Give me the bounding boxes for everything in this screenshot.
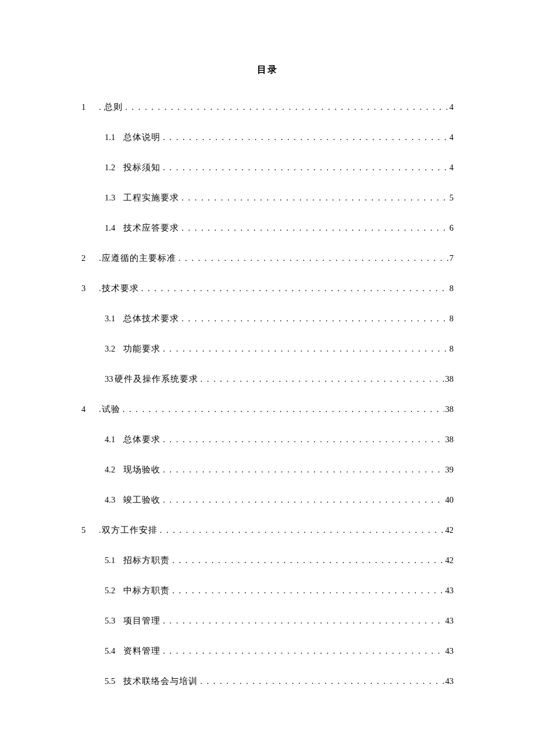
toc-entry-page: 43 xyxy=(444,676,454,686)
toc-entry: 2.应遵循的主要标准7 xyxy=(81,253,454,264)
toc-dots-leader xyxy=(120,404,444,414)
toc-dots-leader xyxy=(160,132,448,142)
toc-dots-leader xyxy=(179,193,448,203)
toc-entry-number: 4.3 xyxy=(105,495,115,505)
toc-entry-page: 43 xyxy=(444,616,454,626)
toc-entry-text: 技术应答要求 xyxy=(123,223,179,234)
toc-entry-number: 4.1 xyxy=(105,435,115,445)
toc-dots-leader xyxy=(139,284,448,293)
toc-entry-text: 项目管理 xyxy=(123,615,160,626)
toc-entry-text: . 总则 xyxy=(99,102,123,113)
toc-entry-number: 4.2 xyxy=(105,465,115,475)
toc-entry-number: 5.5 xyxy=(105,676,115,686)
toc-dots-leader xyxy=(160,495,444,505)
toc-entry-number: 5.2 xyxy=(105,586,115,596)
toc-entry-number: 5.3 xyxy=(105,616,115,626)
toc-entry: 4.试验38 xyxy=(81,404,454,415)
toc-entry-page: 38 xyxy=(444,374,454,384)
toc-entry-number: 3 xyxy=(81,284,92,293)
toc-entry: 4.1总体要求38 xyxy=(81,434,454,445)
toc-entry: 1.1总体说明4 xyxy=(81,132,454,143)
toc-entry-number: 1 xyxy=(81,102,92,112)
toc-dots-leader xyxy=(160,465,444,475)
toc-entry-page: 8 xyxy=(448,344,454,354)
toc-entry-text: 投标须知 xyxy=(123,162,160,173)
toc-dots-leader xyxy=(179,223,448,233)
toc-dots-leader xyxy=(158,525,444,535)
toc-entry-page: 38 xyxy=(444,404,454,414)
toc-entry: 33硬件及操作系统要求38 xyxy=(81,374,454,385)
toc-entry-page: 39 xyxy=(444,465,454,475)
toc-entry: 1.3工程实施要求5 xyxy=(81,192,454,203)
toc-dots-leader xyxy=(170,556,444,565)
toc-entry-text: 中标方职责 xyxy=(123,585,170,596)
toc-entry: 4.3竣工验收40 xyxy=(81,495,454,506)
toc-entry-text: .试验 xyxy=(99,404,120,415)
toc-entry: 4.2现场验收39 xyxy=(81,464,454,475)
toc-entry-text: 竣工验收 xyxy=(123,495,160,506)
toc-container: 1. 总则41.1总体说明41.2投标须知41.3工程实施要求51.4技术应答要… xyxy=(81,102,454,687)
toc-entry-page: 7 xyxy=(448,253,454,263)
toc-entry-page: 43 xyxy=(444,646,454,656)
toc-entry-page: 8 xyxy=(448,314,454,324)
toc-entry-number: 1.2 xyxy=(105,163,115,173)
toc-entry-page: 43 xyxy=(444,586,454,596)
toc-dots-leader xyxy=(160,435,444,445)
toc-entry-text: 资料管理 xyxy=(123,646,160,657)
toc-entry: 3.2功能要求8 xyxy=(81,343,454,354)
toc-entry-number: 1.1 xyxy=(105,132,115,142)
toc-title: 目录 xyxy=(81,64,454,76)
toc-entry-text: 硬件及操作系统要求 xyxy=(115,374,198,385)
document-page: 目录 1. 总则41.1总体说明41.2投标须知41.3工程实施要求51.4技术… xyxy=(0,0,535,687)
toc-entry-number: 3.2 xyxy=(105,344,115,354)
toc-entry: 3.技术要求8 xyxy=(81,283,454,294)
toc-entry: 1.2投标须知4 xyxy=(81,162,454,173)
toc-entry: 5.3项目管理43 xyxy=(81,615,454,626)
toc-dots-leader xyxy=(160,344,448,354)
toc-entry: 5.4资料管理43 xyxy=(81,646,454,657)
toc-entry: 5.双方工作安排42 xyxy=(81,525,454,536)
toc-entry: 1.4技术应答要求6 xyxy=(81,223,454,234)
toc-entry-text: 招标方职责 xyxy=(123,555,170,566)
toc-entry-text: 现场验收 xyxy=(123,464,160,475)
toc-entry-number: 1.4 xyxy=(105,223,115,233)
toc-dots-leader xyxy=(160,163,448,173)
toc-dots-leader xyxy=(160,616,444,626)
toc-entry-text: .应遵循的主要标准 xyxy=(99,253,176,264)
toc-entry-page: 4 xyxy=(448,102,454,112)
toc-dots-leader xyxy=(198,374,444,384)
toc-entry-text: 技术联络会与培训 xyxy=(123,676,198,687)
toc-entry: 5.1招标方职责42 xyxy=(81,555,454,566)
toc-entry-text: 总体说明 xyxy=(123,132,160,143)
toc-entry: 3.1总体技术要求8 xyxy=(81,313,454,324)
toc-entry-number: 5.4 xyxy=(105,646,115,656)
toc-entry-number: 2 xyxy=(81,253,92,263)
toc-entry-text: 总体技术要求 xyxy=(123,313,179,324)
toc-entry-text: 功能要求 xyxy=(123,343,160,354)
toc-entry-number: 1.3 xyxy=(105,193,115,203)
toc-entry-text: .技术要求 xyxy=(99,283,139,294)
toc-entry-page: 5 xyxy=(448,193,454,203)
toc-entry-number: 5.1 xyxy=(105,556,115,565)
toc-entry: 5.5技术联络会与培训43 xyxy=(81,676,454,687)
toc-entry-page: 40 xyxy=(444,495,454,505)
toc-entry: 1. 总则4 xyxy=(81,102,454,113)
toc-dots-leader xyxy=(170,586,444,596)
toc-dots-leader xyxy=(179,314,448,324)
toc-entry-page: 42 xyxy=(444,556,454,565)
toc-entry-number: 4 xyxy=(81,404,92,414)
toc-entry-page: 8 xyxy=(448,284,454,293)
toc-entry-text: .双方工作安排 xyxy=(99,525,158,536)
toc-entry-page: 42 xyxy=(444,525,454,535)
toc-entry-page: 4 xyxy=(448,132,454,142)
toc-entry-number: 33 xyxy=(105,374,113,384)
toc-entry-page: 4 xyxy=(448,163,454,173)
toc-entry-number: 5 xyxy=(81,525,92,535)
toc-dots-leader xyxy=(176,253,448,263)
toc-entry-number: 3.1 xyxy=(105,314,115,324)
toc-entry-text: 工程实施要求 xyxy=(123,192,179,203)
toc-entry-text: 总体要求 xyxy=(123,434,160,445)
toc-dots-leader xyxy=(160,646,444,656)
toc-entry-page: 38 xyxy=(444,435,454,445)
toc-dots-leader xyxy=(123,102,448,112)
